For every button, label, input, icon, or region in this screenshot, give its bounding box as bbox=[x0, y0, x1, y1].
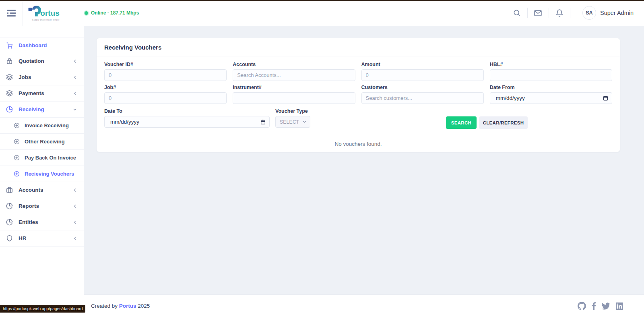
lock-icon bbox=[6, 58, 13, 64]
field-voucher-type: Voucher Type SELECT bbox=[275, 108, 310, 128]
pie-chart-icon bbox=[6, 106, 13, 113]
chevron-left-icon bbox=[72, 204, 77, 209]
chevron-left-icon bbox=[72, 91, 77, 96]
instrument-label: Instrument# bbox=[233, 85, 355, 90]
sidebar-item-invoice-receiving[interactable]: Invoice Receiving bbox=[0, 118, 84, 134]
user-avatar[interactable]: SA bbox=[582, 6, 596, 20]
online-status-dot-icon bbox=[85, 11, 88, 15]
sidebar-item-label: Payments bbox=[19, 90, 44, 96]
field-voucher-id: Voucher ID# bbox=[104, 62, 227, 81]
amount-input[interactable] bbox=[361, 69, 484, 81]
chevron-down-icon bbox=[302, 120, 307, 124]
field-job: Job# bbox=[104, 85, 227, 104]
field-date-to: Date To mm/dd/yyyy bbox=[104, 108, 270, 128]
hbl-input[interactable] bbox=[490, 69, 612, 81]
layers-icon bbox=[6, 90, 13, 97]
accounts-label: Accounts bbox=[233, 62, 355, 67]
user-name[interactable]: Super Admin bbox=[600, 10, 634, 16]
sidebar-item-label: Pay Back On Invoice bbox=[25, 155, 76, 161]
date-to-input[interactable]: mm/dd/yyyy bbox=[104, 116, 270, 128]
sidebar-item-receiving[interactable]: Receiving bbox=[0, 102, 84, 118]
sidebar-item-dashboard[interactable]: Dashboard bbox=[0, 37, 84, 53]
facebook-icon[interactable] bbox=[592, 302, 596, 310]
sidebar-toggle-button[interactable] bbox=[0, 0, 23, 26]
customers-label: Customers bbox=[361, 85, 484, 90]
pie-chart-icon bbox=[6, 203, 13, 209]
calendar-icon[interactable] bbox=[260, 119, 266, 124]
page-title: Receiving Vouchers bbox=[104, 44, 161, 51]
customers-search-input[interactable] bbox=[361, 92, 484, 104]
shield-icon bbox=[6, 235, 13, 242]
amount-label: Amount bbox=[361, 62, 484, 67]
footer-credit: Created by Portus 2025 bbox=[91, 303, 150, 309]
sidebar-nav: Dashboard Quotation Jobs Payments Receiv… bbox=[0, 26, 84, 317]
sidebar-item-payments[interactable]: Payments bbox=[0, 85, 84, 102]
statusbar-url: https://portuspk.web.app/pages/dashboard bbox=[0, 305, 85, 313]
card-header: Receiving Vouchers bbox=[97, 38, 620, 56]
voucher-type-label: Voucher Type bbox=[275, 108, 310, 114]
sidebar-item-label: Entities bbox=[19, 219, 38, 225]
date-to-label: Date To bbox=[104, 108, 270, 114]
field-instrument: Instrument# bbox=[233, 85, 355, 104]
chevron-left-icon bbox=[72, 220, 77, 225]
brand-logo[interactable]: ortus Supply chain made simple bbox=[23, 0, 69, 26]
date-from-input[interactable]: mm/dd/yyyy bbox=[490, 92, 612, 104]
calendar-icon[interactable] bbox=[603, 95, 608, 101]
chevron-left-icon bbox=[72, 236, 77, 241]
pie-chart-icon bbox=[6, 219, 13, 226]
logo-tagline: Supply chain made simple bbox=[32, 19, 60, 21]
sidebar-item-accounts[interactable]: Accounts bbox=[0, 182, 84, 198]
hamburger-menu-icon bbox=[7, 10, 16, 17]
sidebar-item-label: Recieving Vouchers bbox=[25, 171, 74, 177]
layers-icon bbox=[6, 74, 13, 81]
sidebar-item-label: Receiving bbox=[19, 106, 44, 112]
sidebar-item-hr[interactable]: HR bbox=[0, 230, 84, 247]
sidebar-item-recieving-vouchers[interactable]: Recieving Vouchers bbox=[0, 166, 84, 182]
main-content: Receiving Vouchers Voucher ID# Accounts … bbox=[84, 26, 644, 317]
job-input[interactable] bbox=[104, 92, 227, 104]
github-icon[interactable] bbox=[578, 302, 586, 310]
twitter-icon[interactable] bbox=[602, 302, 610, 310]
job-label: Job# bbox=[104, 85, 227, 90]
mail-icon[interactable] bbox=[533, 9, 543, 17]
accounts-search-input[interactable] bbox=[233, 69, 355, 81]
field-amount: Amount bbox=[361, 62, 484, 81]
sidebar-item-quotation[interactable]: Quotation bbox=[0, 53, 84, 69]
chevron-down-icon bbox=[72, 107, 77, 112]
sidebar-item-label: Invoice Receiving bbox=[25, 122, 69, 128]
sidebar-item-label: Jobs bbox=[19, 74, 31, 80]
plus-circle-icon bbox=[14, 139, 20, 145]
sidebar-item-reports[interactable]: Reports bbox=[0, 198, 84, 214]
voucher-id-input[interactable] bbox=[104, 69, 227, 81]
chevron-left-icon bbox=[72, 188, 77, 193]
voucher-type-select[interactable]: SELECT bbox=[275, 116, 310, 128]
chevron-left-icon bbox=[72, 59, 77, 64]
instrument-input[interactable] bbox=[233, 92, 355, 104]
sidebar-item-label: Dashboard bbox=[19, 42, 47, 48]
social-links bbox=[578, 302, 623, 310]
sidebar-item-jobs[interactable]: Jobs bbox=[0, 69, 84, 85]
search-icon[interactable] bbox=[512, 9, 522, 17]
field-date-from: Date From mm/dd/yyyy bbox=[490, 85, 612, 104]
chevron-left-icon bbox=[72, 75, 77, 80]
search-button[interactable]: SEARCH bbox=[446, 116, 477, 129]
sidebar-item-entities[interactable]: Entities bbox=[0, 214, 84, 230]
field-customers: Customers bbox=[361, 85, 484, 104]
online-status-text: Online - 187.71 Mbps bbox=[91, 10, 139, 16]
hbl-label: HBL# bbox=[490, 62, 612, 67]
plus-circle-icon bbox=[14, 155, 20, 161]
sidebar-item-pay-back-on-invoice[interactable]: Pay Back On Invoice bbox=[0, 150, 84, 166]
receiving-vouchers-card: Receiving Vouchers Voucher ID# Accounts … bbox=[97, 38, 620, 152]
connection-status: Online - 187.71 Mbps bbox=[85, 10, 139, 16]
app-header: ortus Supply chain made simple Online - … bbox=[0, 0, 644, 26]
footer-brand-link[interactable]: Portus bbox=[119, 303, 136, 309]
sidebar-item-label: Quotation bbox=[19, 58, 44, 64]
linkedin-icon[interactable] bbox=[616, 302, 623, 310]
cart-icon bbox=[6, 42, 13, 49]
clear-refresh-button[interactable]: CLEAR/REFRESH bbox=[479, 116, 528, 129]
field-accounts: Accounts bbox=[233, 62, 355, 81]
bell-icon[interactable] bbox=[555, 9, 564, 17]
sidebar-item-label: HR bbox=[19, 235, 27, 241]
plus-circle-icon bbox=[14, 122, 20, 128]
sidebar-item-other-receiving[interactable]: Other Receiving bbox=[0, 134, 84, 150]
